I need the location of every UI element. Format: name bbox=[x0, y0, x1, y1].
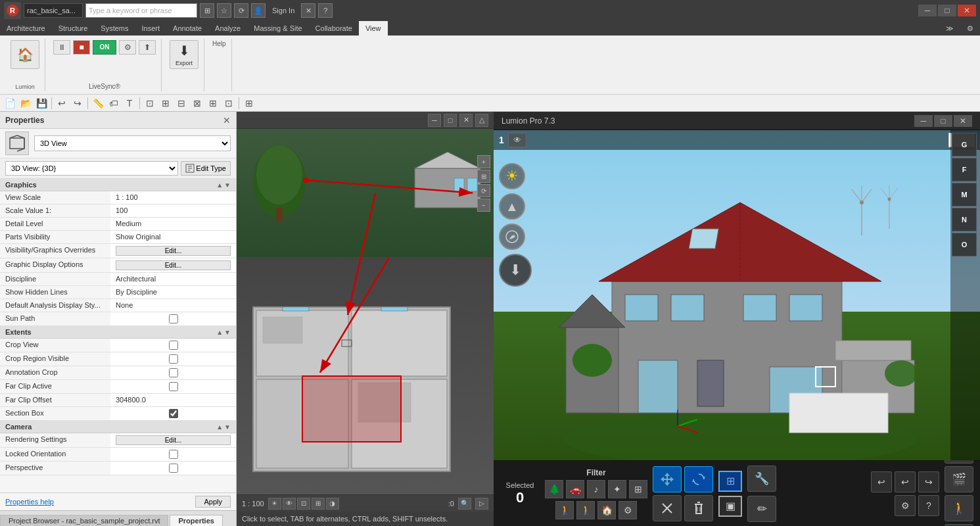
export-tool-btn[interactable]: ⬇ bbox=[499, 254, 532, 287]
vp-footer-sun-btn[interactable]: ☀ bbox=[268, 498, 281, 510]
question-btn[interactable]: ? bbox=[918, 495, 939, 516]
export-btn[interactable]: ⬆ bbox=[139, 40, 156, 55]
properties-tab[interactable]: Properties bbox=[170, 515, 222, 526]
tab-view[interactable]: View bbox=[359, 21, 388, 36]
redo-btn[interactable]: ↪ bbox=[918, 471, 939, 492]
recent-files-btn[interactable]: ☆ bbox=[217, 3, 231, 18]
tb-pin-btn[interactable]: ⊞ bbox=[206, 96, 220, 110]
lr-O-btn[interactable]: O bbox=[952, 233, 977, 256]
paint-tool-btn[interactable] bbox=[499, 224, 525, 250]
tab-insert[interactable]: Insert bbox=[135, 21, 167, 36]
close-file-btn[interactable]: ✕ bbox=[301, 3, 315, 18]
tb-save-btn[interactable]: 💾 bbox=[34, 96, 49, 110]
tb-open-btn[interactable]: 📂 bbox=[18, 96, 33, 110]
tab-expand[interactable]: ≫ bbox=[939, 21, 960, 36]
properties-help-link[interactable]: Properties help bbox=[5, 498, 54, 506]
vp-footer-rendering-btn[interactable]: ⊞ bbox=[312, 498, 325, 510]
settings-btn[interactable]: ⚙ bbox=[119, 40, 136, 55]
select-rect-btn[interactable]: ▣ bbox=[718, 496, 742, 517]
sign-in-btn[interactable]: Sign In bbox=[268, 5, 298, 16]
undo-btn[interactable]: ↩ bbox=[871, 471, 892, 492]
view-name-select[interactable]: 3D View: {3D} bbox=[5, 161, 178, 176]
rotate-btn[interactable] bbox=[684, 466, 713, 492]
perspective-checkbox[interactable] bbox=[169, 464, 178, 473]
sync-btn[interactable]: ⟳ bbox=[234, 3, 248, 18]
view-scale-value[interactable]: 1 : 100 bbox=[110, 191, 236, 204]
tab-architecture[interactable]: Architecture bbox=[0, 21, 52, 36]
tab-options[interactable]: ⚙ bbox=[960, 21, 980, 36]
tb-redo-btn[interactable]: ↪ bbox=[70, 96, 85, 110]
annotation-crop-checkbox[interactable] bbox=[169, 368, 178, 377]
settings-btn-bottom[interactable]: ⚙ bbox=[895, 495, 916, 516]
lr-G-btn[interactable]: G bbox=[952, 133, 977, 156]
filter-music-btn[interactable]: ♪ bbox=[587, 480, 605, 498]
project-browser-tab[interactable]: Project Browser - rac_basic_sample_proje… bbox=[0, 515, 168, 526]
pause-btn[interactable]: ⏸ bbox=[53, 40, 70, 55]
lumion-eye-btn[interactable]: 👁 bbox=[508, 133, 526, 147]
section-camera-arrows[interactable]: ▲▼ bbox=[216, 423, 231, 431]
revit-close-btn[interactable]: ✕ bbox=[958, 5, 976, 16]
revit-minimize-btn[interactable]: ─ bbox=[918, 5, 937, 16]
tab-analyze[interactable]: Analyze bbox=[208, 21, 247, 36]
crop-view-checkbox[interactable] bbox=[169, 341, 178, 350]
stop-btn[interactable]: ■ bbox=[73, 40, 90, 55]
user-icon-btn[interactable]: 👤 bbox=[251, 3, 266, 18]
section-extents[interactable]: Extents ▲▼ bbox=[0, 326, 236, 339]
sun-tool-btn[interactable]: ☀ bbox=[499, 163, 525, 189]
lr-M-btn[interactable]: M bbox=[952, 183, 977, 206]
rendering-btn[interactable]: Edit... bbox=[116, 435, 231, 445]
analysis-display-value[interactable]: None bbox=[110, 299, 236, 312]
camera-video-btn[interactable]: 🎬 bbox=[945, 466, 973, 492]
vp-close-btn[interactable]: ✕ bbox=[459, 114, 473, 127]
tb-view-btn[interactable]: ⊡ bbox=[222, 96, 236, 110]
livesync-on-btn[interactable]: ON bbox=[93, 40, 116, 55]
nav-zoom-fit[interactable]: ⊞ bbox=[477, 170, 490, 183]
filter-effects-btn[interactable]: ✦ bbox=[608, 480, 626, 498]
vp-minimize-btn[interactable]: ─ bbox=[428, 114, 441, 127]
lumion-close-btn[interactable]: ✕ bbox=[954, 115, 972, 127]
export-large-btn[interactable]: ⬇ Export bbox=[170, 40, 198, 69]
lr-N-btn[interactable]: N bbox=[952, 208, 977, 231]
tb-undo-btn[interactable]: ↩ bbox=[55, 96, 69, 110]
view-type-select[interactable]: 3D View bbox=[34, 135, 231, 151]
filter-settings-btn[interactable]: ⚙ bbox=[618, 501, 637, 519]
crop-region-checkbox[interactable] bbox=[169, 354, 178, 364]
discipline-value[interactable]: Architectural bbox=[110, 273, 236, 285]
tb-tag-btn[interactable]: 🏷 bbox=[106, 96, 121, 110]
move-btn[interactable] bbox=[653, 466, 682, 492]
filter-tree-btn[interactable]: 🌲 bbox=[545, 480, 563, 498]
show-hidden-value[interactable]: By Discipline bbox=[110, 286, 236, 299]
search-box[interactable]: Type a keyword or phrase bbox=[85, 3, 197, 18]
tab-collaborate[interactable]: Collaborate bbox=[309, 21, 359, 36]
camera-save-btn[interactable]: 💾 bbox=[945, 524, 973, 527]
far-clip-offset-value[interactable]: 304800.0 bbox=[110, 394, 236, 406]
vp-expand-btn[interactable]: △ bbox=[475, 114, 488, 127]
filter-person2-btn[interactable]: 🚶 bbox=[576, 501, 595, 519]
lumion-viewport[interactable]: 1 👁 ☀ ▲ ⬇ G F M bbox=[494, 130, 980, 460]
vp-restore-btn[interactable]: □ bbox=[444, 114, 457, 127]
section-graphics[interactable]: Graphics ▲▼ bbox=[0, 179, 236, 191]
nav-zoom-out[interactable]: − bbox=[477, 199, 490, 212]
help-btn-large[interactable]: 🏠 bbox=[11, 40, 39, 69]
apply-btn[interactable]: Apply bbox=[195, 496, 231, 508]
lumion-minimize-btn[interactable]: ─ bbox=[914, 115, 933, 127]
edit-type-btn[interactable]: Edit Type bbox=[181, 161, 231, 176]
detail-level-value[interactable]: Medium bbox=[110, 218, 236, 230]
filter-person-btn[interactable]: 🚶 bbox=[555, 501, 574, 519]
vp-footer-crop-btn[interactable]: ⊡ bbox=[297, 498, 310, 510]
tab-systems[interactable]: Systems bbox=[94, 21, 135, 36]
lr-F-btn[interactable]: F bbox=[952, 158, 977, 181]
vp-footer-nav-btn[interactable]: ▷ bbox=[475, 498, 488, 510]
filter-building-btn[interactable]: 🏠 bbox=[597, 501, 616, 519]
scale-btn[interactable] bbox=[653, 495, 682, 521]
sun-path-checkbox[interactable] bbox=[169, 314, 178, 323]
pencil-btn[interactable]: ✏ bbox=[747, 496, 776, 522]
undo2-btn[interactable]: ↩ bbox=[895, 471, 916, 492]
tb-new-btn[interactable]: 📄 bbox=[3, 96, 17, 110]
tb-filter-btn[interactable]: ⊞ bbox=[158, 96, 173, 110]
vp-footer-visibility-btn[interactable]: 👁 bbox=[283, 498, 296, 510]
lumion-maximize-btn[interactable]: □ bbox=[934, 115, 952, 127]
tab-massing[interactable]: Massing & Site bbox=[247, 21, 308, 36]
section-extents-arrows[interactable]: ▲▼ bbox=[216, 329, 231, 336]
nav-orbit[interactable]: ⟳ bbox=[477, 184, 490, 197]
